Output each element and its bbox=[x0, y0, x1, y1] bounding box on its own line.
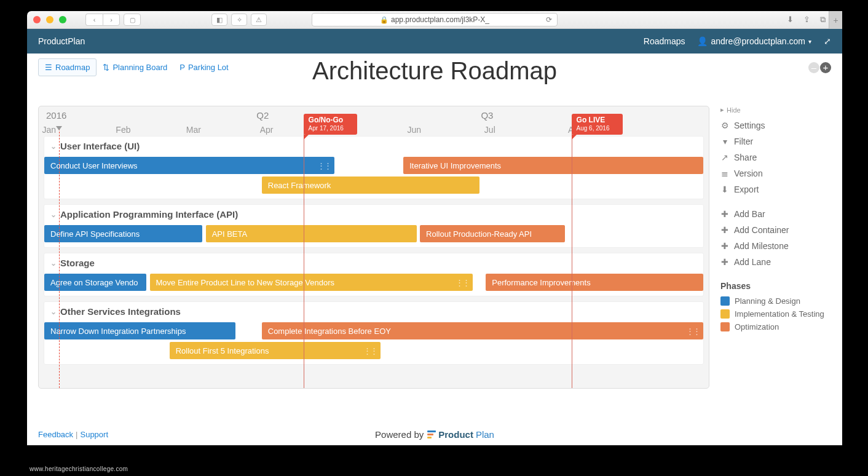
side-link-filter[interactable]: ▾Filter bbox=[720, 133, 831, 149]
lane-header[interactable]: ⌄Application Programming Interface (API) bbox=[44, 205, 703, 224]
side-link-export[interactable]: ⬇Export bbox=[720, 181, 831, 197]
phase-swatch bbox=[720, 296, 730, 306]
add-lane-icon: ✚ bbox=[720, 257, 729, 267]
timeline: 2016 Q2Q3JanFebMarAprMayJunJulAug ⌄User … bbox=[38, 106, 709, 389]
lane-row: Rollout First 5 Integrations⋮⋮ bbox=[44, 342, 703, 360]
hide-sidebar-toggle[interactable]: ▸ Hide bbox=[720, 106, 831, 114]
roadmap-bar[interactable]: Rollout First 5 Integrations⋮⋮ bbox=[170, 342, 381, 359]
window-minimize-icon[interactable] bbox=[46, 16, 53, 23]
fullscreen-icon[interactable]: ⤢ bbox=[824, 36, 831, 46]
side-link-add-lane[interactable]: ✚Add Lane bbox=[720, 254, 831, 270]
phases-title: Phases bbox=[720, 281, 831, 291]
url-text: app.productplan.com/jl3kP-X_ bbox=[391, 15, 489, 24]
window-zoom-icon[interactable] bbox=[59, 16, 66, 23]
new-tab-button[interactable]: + bbox=[829, 11, 842, 29]
roadmap-bar[interactable]: Rollout Production-Ready API bbox=[420, 225, 565, 242]
axis-month: Jun bbox=[408, 125, 422, 135]
sidebar: ▸ Hide ⚙Settings▾Filter↗Share≣Version⬇Ex… bbox=[720, 106, 831, 389]
axis-month: Apr bbox=[260, 125, 274, 135]
milestone-line bbox=[572, 129, 572, 388]
phase-legend-item[interactable]: Implementation & Testing bbox=[720, 307, 831, 320]
view-tab-parking-lot[interactable]: PParking Lot bbox=[173, 58, 234, 76]
support-link[interactable]: Support bbox=[80, 430, 108, 439]
warning-button[interactable]: ⚠ bbox=[251, 14, 267, 26]
grip-icon: ⋮⋮ bbox=[686, 327, 700, 336]
filter-icon: ▾ bbox=[720, 137, 729, 146]
grip-icon: ⋮⋮ bbox=[363, 346, 377, 355]
milestone-flag[interactable]: Go LIVEAug 6, 2016 bbox=[572, 114, 623, 135]
lane: ⌄Application Programming Interface (API)… bbox=[44, 204, 704, 248]
grip-icon: ⋮⋮ bbox=[456, 278, 469, 287]
roadmap-bar[interactable]: Narrow Down Integration Partnerships bbox=[44, 322, 235, 339]
axis-month: Jan bbox=[42, 125, 56, 135]
roadmap-bar[interactable]: Conduct User Interviews⋮⋮ bbox=[44, 157, 334, 174]
tab-icon: P bbox=[180, 63, 185, 72]
user-email: andre@productplan.com bbox=[711, 36, 805, 46]
zoom-in-button[interactable]: + bbox=[820, 62, 831, 73]
today-marker-icon bbox=[56, 126, 62, 130]
side-link-add-bar[interactable]: ✚Add Bar bbox=[720, 206, 831, 222]
url-bar[interactable]: 🔒 app.productplan.com/jl3kP-X_ ⟳ bbox=[312, 13, 558, 26]
roadmap-bar[interactable]: Define API Specifications bbox=[44, 225, 202, 242]
phase-legend-item[interactable]: Optimization bbox=[720, 320, 831, 333]
wand-button[interactable]: ✧ bbox=[231, 14, 247, 26]
view-tab-planning-board[interactable]: ⇅Planning Board bbox=[97, 58, 173, 76]
roadmap-bar[interactable]: Complete Integrations Before EOY⋮⋮ bbox=[262, 322, 703, 339]
reader-button[interactable]: ◧ bbox=[211, 14, 227, 26]
nav-back-button[interactable]: ‹ bbox=[85, 14, 103, 26]
source-watermark: www.heritagechristiancollege.com bbox=[30, 466, 128, 472]
side-link-settings[interactable]: ⚙Settings bbox=[720, 117, 831, 133]
tab-icon: ☰ bbox=[45, 63, 52, 72]
view-tabs: ☰Roadmap⇅Planning BoardPParking Lot bbox=[38, 58, 235, 76]
tabs-icon[interactable]: ⧉ bbox=[820, 15, 826, 25]
phase-legend-item[interactable]: Planning & Design bbox=[720, 295, 831, 307]
roadmap-bar[interactable]: API BETA bbox=[206, 225, 417, 242]
lane-header[interactable]: ⌄Other Services Integrations bbox=[44, 302, 703, 321]
chevron-down-icon: ▾ bbox=[808, 38, 811, 45]
window-close-icon[interactable] bbox=[33, 16, 41, 23]
phase-swatch bbox=[720, 309, 730, 319]
caret-right-icon: ▸ bbox=[720, 106, 724, 114]
view-tab-roadmap[interactable]: ☰Roadmap bbox=[38, 58, 97, 76]
lane-row: Agree on Storage VendoMove Entire Produc… bbox=[44, 274, 703, 292]
axis-quarter: Q3 bbox=[481, 110, 493, 121]
lane-row: Conduct User Interviews⋮⋮Iterative UI Im… bbox=[44, 157, 703, 175]
page-title: Architecture Roadmap bbox=[312, 57, 557, 85]
nav-forward-button[interactable]: › bbox=[103, 14, 120, 26]
roadmaps-link[interactable]: Roadmaps bbox=[644, 36, 685, 46]
roadmap-bar[interactable]: Move Entire Product Line to New Storage … bbox=[150, 274, 473, 291]
zoom-out-button[interactable]: – bbox=[808, 62, 819, 73]
lane: ⌄User Interface (UI)Conduct User Intervi… bbox=[44, 136, 704, 199]
lock-icon: 🔒 bbox=[380, 16, 389, 24]
reload-icon[interactable]: ⟳ bbox=[546, 15, 552, 24]
lane-header[interactable]: ⌄User Interface (UI) bbox=[44, 137, 703, 156]
user-menu[interactable]: 👤 andre@productplan.com ▾ bbox=[697, 36, 811, 46]
roadmap-bar[interactable]: Agree on Storage Vendo bbox=[44, 274, 146, 291]
roadmap-bar[interactable]: React Framework bbox=[262, 177, 479, 194]
powered-by: Powered by ProductPlan bbox=[375, 429, 494, 440]
chevron-down-icon: ⌄ bbox=[50, 259, 57, 268]
milestone-line bbox=[304, 129, 304, 388]
feedback-link[interactable]: Feedback bbox=[38, 430, 73, 439]
chevron-down-icon: ⌄ bbox=[50, 210, 57, 219]
roadmap-bar[interactable]: Iterative UI Improvements bbox=[403, 157, 703, 174]
lane-header[interactable]: ⌄Storage bbox=[44, 253, 703, 272]
productplan-logo-icon bbox=[427, 430, 436, 438]
axis-month: Jul bbox=[484, 125, 495, 135]
side-link-add-milestone[interactable]: ✚Add Milestone bbox=[720, 238, 831, 254]
settings-icon: ⚙ bbox=[720, 121, 729, 130]
user-icon: 👤 bbox=[697, 36, 708, 46]
download-icon[interactable]: ⬇ bbox=[787, 15, 794, 25]
tab-icon: ⇅ bbox=[103, 63, 109, 72]
roadmap-bar[interactable]: Performance Improvements bbox=[486, 274, 703, 291]
lane: ⌄StorageAgree on Storage VendoMove Entir… bbox=[44, 253, 704, 296]
side-link-version[interactable]: ≣Version bbox=[720, 165, 831, 181]
sidebar-toggle-button[interactable]: ▢ bbox=[124, 14, 141, 26]
milestone-flag[interactable]: Go/No-GoApr 17, 2016 bbox=[304, 114, 357, 135]
share-icon: ↗ bbox=[720, 153, 729, 162]
side-link-share[interactable]: ↗Share bbox=[720, 149, 831, 165]
side-link-add-container[interactable]: ✚Add Container bbox=[720, 222, 831, 238]
lane-row: Define API SpecificationsAPI BETARollout… bbox=[44, 225, 703, 244]
share-icon[interactable]: ⇪ bbox=[803, 15, 810, 25]
axis-month: Mar bbox=[186, 125, 201, 135]
